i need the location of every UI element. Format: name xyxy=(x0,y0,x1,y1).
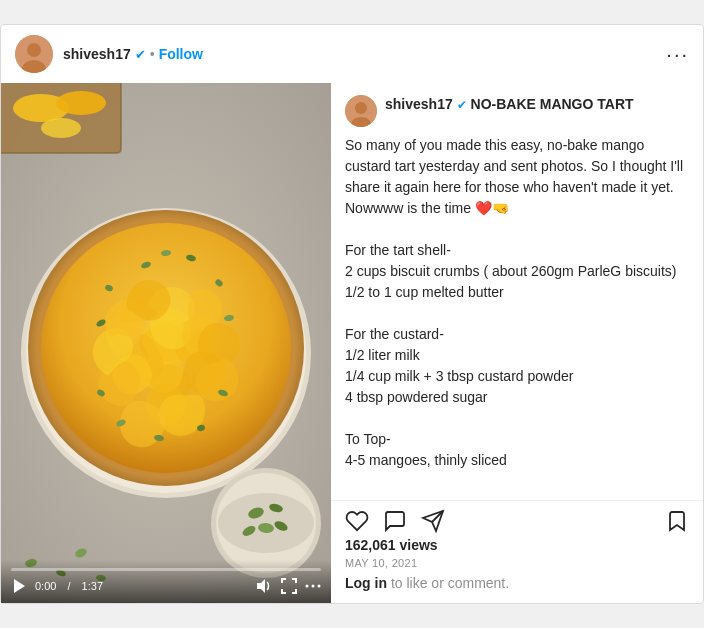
login-link[interactable]: Log in xyxy=(345,575,387,591)
volume-button[interactable] xyxy=(255,577,273,595)
svg-point-45 xyxy=(355,102,367,114)
media-section: 0:00 / 1:37 xyxy=(1,83,331,603)
svg-point-9 xyxy=(41,118,81,138)
follow-button[interactable]: Follow xyxy=(159,46,203,62)
share-button[interactable] xyxy=(421,509,445,533)
action-icons-left xyxy=(345,509,445,533)
svg-point-1 xyxy=(27,43,41,57)
caption-username[interactable]: shivesh17 xyxy=(385,96,453,112)
current-time: 0:00 xyxy=(35,580,56,592)
svg-point-42 xyxy=(312,585,315,588)
caption-avatar[interactable] xyxy=(345,95,377,127)
views-count: 162,061 views xyxy=(345,537,689,553)
video-controls: 0:00 / 1:37 xyxy=(1,560,331,603)
tart-image xyxy=(1,83,331,603)
actions-bar xyxy=(331,501,703,537)
svg-marker-39 xyxy=(14,579,25,593)
caption-body: So many of you made this easy, no-bake m… xyxy=(345,135,689,471)
verified-icon: ✔ xyxy=(135,47,146,62)
controls-row: 0:00 / 1:37 xyxy=(11,577,321,595)
caption-area: shivesh17 ✔ NO-BAKE MANGO TART So many o… xyxy=(331,83,703,501)
post-card: shivesh17 ✔ • Follow ··· xyxy=(0,24,704,604)
svg-point-43 xyxy=(318,585,321,588)
progress-bar[interactable] xyxy=(11,568,321,571)
post-title: NO-BAKE MANGO TART xyxy=(471,96,634,112)
fullscreen-button[interactable] xyxy=(281,578,297,594)
post-meta: 162,061 views MAY 10, 2021 Log in to lik… xyxy=(331,537,703,603)
like-button[interactable] xyxy=(345,509,369,533)
bookmark-button[interactable] xyxy=(665,509,689,533)
post-content: shivesh17 ✔ NO-BAKE MANGO TART So many o… xyxy=(331,83,703,603)
post-header: shivesh17 ✔ • Follow ··· xyxy=(1,25,703,83)
caption-text-block: shivesh17 ✔ NO-BAKE MANGO TART xyxy=(385,95,634,113)
caption-verified-icon: ✔ xyxy=(457,98,470,112)
login-prompt: Log in to like or comment. xyxy=(345,575,689,591)
video-more-button[interactable] xyxy=(305,584,321,588)
separator: • xyxy=(150,46,155,62)
comment-button[interactable] xyxy=(383,509,407,533)
header-username[interactable]: shivesh17 xyxy=(63,46,131,62)
total-time: 1:37 xyxy=(82,580,103,592)
header-avatar[interactable] xyxy=(15,35,53,73)
post-date: MAY 10, 2021 xyxy=(345,557,689,569)
svg-point-8 xyxy=(56,91,106,115)
svg-point-41 xyxy=(306,585,309,588)
caption-header: shivesh17 ✔ NO-BAKE MANGO TART xyxy=(345,95,689,127)
card-body: 0:00 / 1:37 xyxy=(1,83,703,603)
svg-marker-40 xyxy=(257,579,265,593)
play-button[interactable] xyxy=(11,578,27,594)
more-options-button[interactable]: ··· xyxy=(666,44,689,64)
login-prompt-text: to like or comment. xyxy=(387,575,509,591)
header-user-info: shivesh17 ✔ • Follow xyxy=(63,46,666,62)
time-sep: / xyxy=(64,580,73,592)
